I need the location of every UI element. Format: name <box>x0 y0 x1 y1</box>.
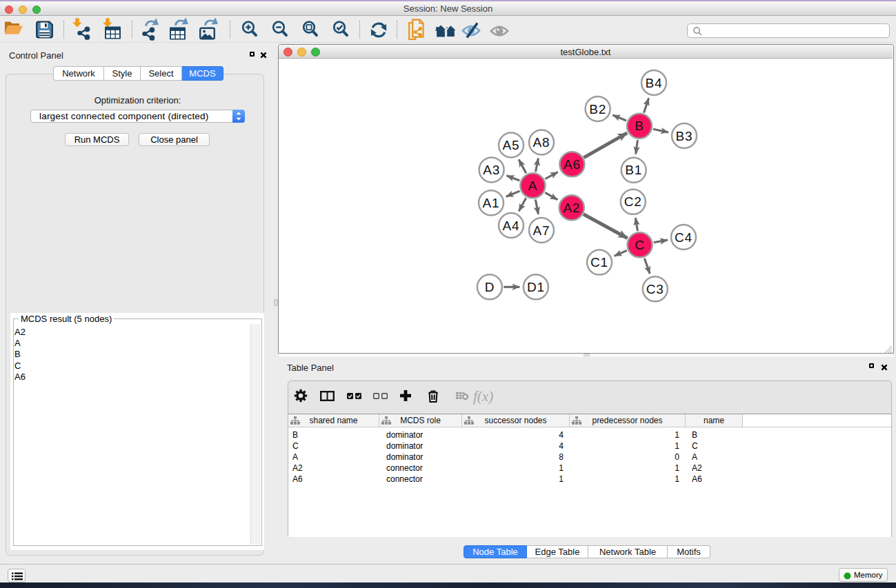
svg-text:C: C <box>635 238 645 252</box>
svg-text:f(x): f(x) <box>473 388 493 405</box>
svg-text:D: D <box>485 280 495 294</box>
svg-text:A7: A7 <box>533 223 550 238</box>
svg-text:A5: A5 <box>503 138 520 152</box>
svg-text:C2: C2 <box>624 194 642 209</box>
svg-text:A4: A4 <box>503 219 520 233</box>
svg-text:B2: B2 <box>589 102 606 116</box>
svg-text:A2: A2 <box>563 201 580 215</box>
svg-text:B4: B4 <box>646 76 663 90</box>
svg-text:A3: A3 <box>483 163 500 177</box>
svg-text:A8: A8 <box>533 135 550 150</box>
svg-text:B1: B1 <box>625 163 642 177</box>
svg-text:C1: C1 <box>590 255 608 270</box>
svg-text:A: A <box>528 179 537 193</box>
svg-text:B: B <box>635 119 644 133</box>
svg-text:A6: A6 <box>564 157 581 172</box>
svg-text:C4: C4 <box>675 230 693 245</box>
svg-text:B3: B3 <box>676 129 693 143</box>
svg-text:C3: C3 <box>646 282 664 296</box>
svg-text:A1: A1 <box>483 196 500 210</box>
svg-text:D1: D1 <box>527 280 545 294</box>
